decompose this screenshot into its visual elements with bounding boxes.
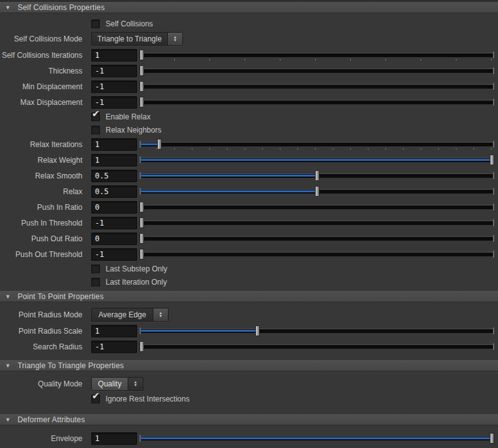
relax-weight-field[interactable]: 1 xyxy=(91,154,137,167)
row-push-out-threshold: Push Out Threshold -1 xyxy=(0,246,498,262)
slider-ticks xyxy=(140,148,492,150)
self-collisions-iterations-slider[interactable] xyxy=(140,49,494,62)
relax-neighbors-label: Relax Neighbors xyxy=(106,126,162,134)
collapse-triangle-icon: ▼ xyxy=(5,417,14,423)
relax-neighbors-checkbox[interactable] xyxy=(91,126,100,134)
slider-handle[interactable] xyxy=(140,65,144,76)
slider-handle[interactable] xyxy=(315,186,319,197)
quality-mode-value: Quality xyxy=(92,378,128,390)
slider-handle[interactable] xyxy=(157,139,162,150)
slider-track[interactable] xyxy=(140,68,494,73)
section-header-deformer-attributes[interactable]: ▼ Deformer Attributes xyxy=(0,414,498,425)
enable-relax-checkbox[interactable]: ✔ xyxy=(91,112,100,121)
slider-handle[interactable] xyxy=(140,81,144,92)
row-relax-weight: Relax Weight 1 xyxy=(0,152,498,168)
row-self-collisions-iterations: Self Collisions Iterations 1 xyxy=(0,47,498,63)
section-title: Deformer Attributes xyxy=(18,415,85,424)
slider-track[interactable] xyxy=(140,142,494,146)
section-body-self-collisions: Self Collisions Self Collisions Mode Tri… xyxy=(0,13,498,291)
push-in-threshold-slider[interactable] xyxy=(140,217,494,229)
row-enable-relax: ✔ Enable Relax xyxy=(0,110,498,123)
relax-field[interactable]: 0.5 xyxy=(91,185,137,198)
push-out-threshold-field[interactable]: -1 xyxy=(91,248,137,261)
relax-iterations-field[interactable]: 1 xyxy=(91,138,137,151)
push-out-ratio-slider[interactable] xyxy=(140,232,494,245)
slider-handle[interactable] xyxy=(140,202,144,212)
ignore-rest-intersections-label: Ignore Rest Intersections xyxy=(106,395,189,403)
slider-track[interactable] xyxy=(140,84,494,89)
slider-track[interactable] xyxy=(140,344,494,349)
search-radius-slider[interactable] xyxy=(140,341,494,353)
push-in-threshold-label: Push In Threshold xyxy=(0,219,82,227)
last-substep-only-label: Last Substep Only xyxy=(106,265,167,273)
relax-weight-slider[interactable] xyxy=(140,154,494,167)
ignore-rest-intersections-checkbox[interactable]: ✔ xyxy=(91,395,100,403)
max-displacement-field[interactable]: -1 xyxy=(91,96,137,109)
slider-handle[interactable] xyxy=(140,217,144,228)
self-collisions-checkbox[interactable] xyxy=(91,19,100,28)
dropdown-spinner-icon[interactable]: ▲▼ xyxy=(128,378,143,390)
row-relax-smooth: Relax Smooth 0.5 xyxy=(0,168,498,183)
max-displacement-slider[interactable] xyxy=(140,96,494,109)
envelope-field[interactable]: 1 xyxy=(91,432,137,445)
dropdown-spinner-icon[interactable]: ▲▼ xyxy=(153,309,168,321)
collapse-triangle-icon: ▼ xyxy=(5,293,14,300)
push-out-ratio-label: Push Out Ratio xyxy=(0,234,82,243)
section-header-point-to-point-properties[interactable]: ▼ Point To Point Properties xyxy=(0,291,498,302)
min-displacement-slider[interactable] xyxy=(140,80,494,93)
search-radius-field[interactable]: -1 xyxy=(91,341,137,353)
row-last-substep-only: Last Substep Only xyxy=(0,262,498,275)
push-in-threshold-field[interactable]: -1 xyxy=(91,217,137,229)
last-iteration-only-label: Last Iteration Only xyxy=(106,278,167,287)
relax-smooth-slider[interactable] xyxy=(140,170,494,182)
min-displacement-field[interactable]: -1 xyxy=(91,80,137,93)
last-substep-only-checkbox[interactable] xyxy=(91,265,100,273)
point-radius-mode-dropdown[interactable]: Average Edge ▲▼ xyxy=(91,308,169,322)
search-radius-label: Search Radius xyxy=(0,342,82,351)
push-in-ratio-slider[interactable] xyxy=(140,201,494,214)
slider-track[interactable] xyxy=(140,205,494,209)
row-point-radius-scale: Point Radius Scale 1 xyxy=(0,323,498,339)
point-radius-scale-slider[interactable] xyxy=(140,325,494,337)
envelope-slider[interactable] xyxy=(140,432,494,445)
slider-handle[interactable] xyxy=(315,170,319,181)
last-iteration-only-checkbox[interactable] xyxy=(91,278,100,287)
row-max-displacement: Max Displacement -1 xyxy=(0,94,498,110)
slider-handle[interactable] xyxy=(140,233,144,244)
relax-iterations-slider[interactable] xyxy=(140,138,494,151)
slider-track[interactable] xyxy=(140,252,494,256)
slider-handle[interactable] xyxy=(140,97,144,107)
slider-track[interactable] xyxy=(140,221,494,225)
point-radius-mode-label: Point Radius Mode xyxy=(0,310,82,319)
slider-track[interactable] xyxy=(140,236,494,241)
check-icon: ✔ xyxy=(92,391,100,400)
relax-smooth-field[interactable]: 0.5 xyxy=(91,170,137,182)
slider-track[interactable] xyxy=(140,53,494,57)
row-self-collisions: Self Collisions xyxy=(0,17,498,30)
slider-handle[interactable] xyxy=(255,325,260,336)
section-header-triangle-to-triangle-properties[interactable]: ▼ Triangle To Triangle Properties xyxy=(0,360,498,371)
slider-handle[interactable] xyxy=(490,155,494,165)
self-collisions-mode-label: Self Collisions Mode xyxy=(0,35,82,43)
slider-track[interactable] xyxy=(140,100,494,104)
envelope-label: Envelope xyxy=(0,434,82,443)
section-header-self-collisions-properties[interactable]: ▼ Self Collisions Properties xyxy=(0,2,498,13)
slider-handle[interactable] xyxy=(140,50,144,60)
thickness-slider[interactable] xyxy=(140,65,494,77)
self-collisions-iterations-field[interactable]: 1 xyxy=(91,49,137,62)
quality-mode-dropdown[interactable]: Quality ▲▼ xyxy=(91,377,143,391)
section-title: Self Collisions Properties xyxy=(18,3,105,12)
check-icon: ✔ xyxy=(92,109,100,118)
self-collisions-mode-dropdown[interactable]: Triangle to Triangle ▲▼ xyxy=(91,32,183,46)
slider-handle[interactable] xyxy=(140,249,144,260)
slider-handle[interactable] xyxy=(140,341,144,352)
relax-slider[interactable] xyxy=(140,185,494,198)
thickness-field[interactable]: -1 xyxy=(91,65,137,77)
push-out-threshold-slider[interactable] xyxy=(140,248,494,261)
point-radius-scale-field[interactable]: 1 xyxy=(91,325,137,337)
push-out-ratio-field[interactable]: 0 xyxy=(91,232,137,245)
slider-handle[interactable] xyxy=(490,433,494,444)
enable-relax-label: Enable Relax xyxy=(106,112,150,121)
dropdown-spinner-icon[interactable]: ▲▼ xyxy=(168,33,182,45)
push-in-ratio-field[interactable]: 0 xyxy=(91,201,137,214)
